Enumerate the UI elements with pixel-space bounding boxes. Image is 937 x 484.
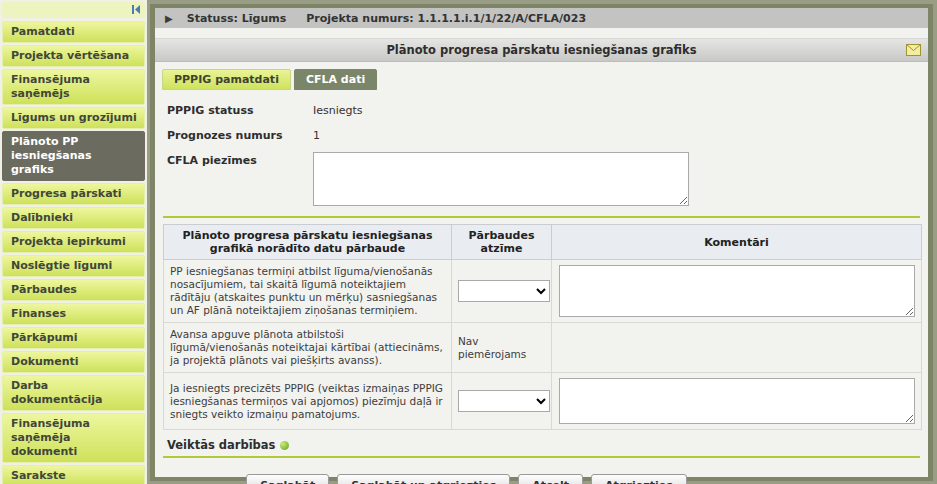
sidebar-item-projekta-vertesana[interactable]: Projekta vērtēšana bbox=[2, 45, 145, 67]
return-button[interactable]: Atgriezties bbox=[591, 474, 687, 484]
sidebar-item-projekta-iepirkumi[interactable]: Projekta iepirkumi bbox=[2, 231, 145, 253]
sidebar-item-finansejuma-sanemeja-dokumenti[interactable]: Finansējuma saņēmēja dokumenti bbox=[2, 413, 145, 463]
check-question: PP iesniegšanas termiņi atbilst līguma/v… bbox=[164, 260, 452, 323]
check-question: Avansa apguve plānota atbilstoši līgumā/… bbox=[164, 323, 452, 373]
mail-icon[interactable] bbox=[906, 44, 921, 59]
page-title: Plānoto progresa pārskatu iesniegšanas g… bbox=[386, 43, 696, 57]
sidebar-item-darba-dokumentacija[interactable]: Darba dokumentācija bbox=[2, 375, 145, 411]
sidebar-item-finansejuma-sanemejs[interactable]: Finansējuma saņēmējs bbox=[2, 69, 145, 105]
check-table: Plānoto progresa pārskatu iesniegšanas g… bbox=[163, 224, 922, 430]
form-row-cfla-piezimes: CFLA piezīmes bbox=[167, 152, 918, 206]
pppig-statuss-value: Iesniegts bbox=[313, 102, 363, 117]
sidebar-item-progresa-parskati[interactable]: Progresa pārskati bbox=[2, 183, 145, 205]
status-bar: ▶ Statuss: Līgums Projekta numurs: 1.1.1… bbox=[155, 8, 928, 28]
komentari-textarea[interactable] bbox=[559, 378, 915, 424]
parbaudes-atzime-text: Nav piemērojams bbox=[452, 323, 552, 373]
form-row-prognozes-numurs: Prognozes numurs 1 bbox=[167, 127, 918, 142]
sidebar: Pamatdati Projekta vērtēšana Finansējuma… bbox=[0, 0, 147, 484]
project-status: Statuss: Līgums bbox=[187, 12, 287, 25]
project-number: Projekta numurs: 1.1.1.1.i.1/1/22/A/CFLA… bbox=[306, 12, 586, 25]
cfla-piezimes-label: CFLA piezīmes bbox=[167, 152, 313, 206]
status-value: Līgums bbox=[242, 12, 287, 25]
button-bar: Saglabāt Saglabāt un atgriezties Atcelt … bbox=[80, 474, 853, 484]
komentari-textarea[interactable] bbox=[559, 265, 915, 317]
save-and-return-button[interactable]: Saglabāt un atgriezties bbox=[337, 474, 510, 484]
form-row-pppig-statuss: PPPIG statuss Iesniegts bbox=[167, 102, 918, 117]
prognozes-numurs-value: 1 bbox=[313, 127, 320, 142]
cfla-piezimes-textarea[interactable] bbox=[313, 152, 689, 206]
sidebar-header bbox=[2, 2, 145, 18]
sidebar-item-noslegtie-ligumi[interactable]: Noslēgtie līgumi bbox=[2, 255, 145, 277]
separator-line-bottom bbox=[163, 456, 920, 458]
tab-bar: PPPIG pamatdati CFLA dati bbox=[162, 69, 928, 90]
sidebar-item-dokumenti[interactable]: Dokumenti bbox=[2, 351, 145, 373]
table-header-row: Plānoto progresa pārskatu iesniegšanas g… bbox=[164, 225, 922, 260]
tab-cfla-dati[interactable]: CFLA dati bbox=[294, 69, 377, 90]
column-header-parbaudes-atzime: Pārbaudes atzīme bbox=[452, 225, 552, 260]
column-header-datu-parbaude: Plānoto progresa pārskatu iesniegšanas g… bbox=[164, 225, 452, 260]
prognozes-numurs-label: Prognozes numurs bbox=[167, 127, 313, 142]
form-area: PPPIG statuss Iesniegts Prognozes numurs… bbox=[155, 90, 928, 206]
sidebar-item-planoto-pp-iesniegsanas-grafiks[interactable]: Plānoto PP iesniegšanas grafiks bbox=[2, 131, 145, 181]
table-row: Avansa apguve plānota atbilstoši līgumā/… bbox=[164, 323, 922, 373]
collapse-sidebar-icon[interactable] bbox=[131, 4, 141, 17]
separator-line-top bbox=[163, 216, 920, 218]
column-header-komentari: Komentāri bbox=[552, 225, 922, 260]
sidebar-item-finanses[interactable]: Finanses bbox=[2, 303, 145, 325]
veiktas-darbibas-label: Veiktās darbības bbox=[167, 438, 275, 452]
expand-actions-icon[interactable] bbox=[280, 441, 289, 450]
parbaudes-atzime-select[interactable] bbox=[458, 280, 550, 302]
project-number-value: 1.1.1.1.i.1/1/22/A/CFLA/023 bbox=[418, 12, 587, 25]
main-panel: ▶ Statuss: Līgums Projekta numurs: 1.1.1… bbox=[150, 4, 933, 481]
save-button[interactable]: Saglabāt bbox=[246, 474, 329, 484]
table-row: PP iesniegšanas termiņi atbilst līguma/v… bbox=[164, 260, 922, 323]
sidebar-item-parkapumi[interactable]: Pārkāpumi bbox=[2, 327, 145, 349]
title-bar: Plānoto progresa pārskatu iesniegšanas g… bbox=[155, 38, 928, 62]
sidebar-item-pamatdati[interactable]: Pamatdati bbox=[2, 21, 145, 43]
sidebar-item-dalibnieki[interactable]: Dalībnieki bbox=[2, 207, 145, 229]
parbaudes-atzime-select[interactable] bbox=[458, 390, 550, 412]
table-row: Ja iesniegts precizēts PPPIG (veiktas iz… bbox=[164, 373, 922, 430]
cancel-button[interactable]: Atcelt bbox=[518, 474, 583, 484]
veiktas-darbibas-section: Veiktās darbības bbox=[167, 438, 928, 452]
expand-status-icon[interactable]: ▶ bbox=[165, 13, 173, 24]
sidebar-item-ligums-un-grozijumi[interactable]: Līgums un grozījumi bbox=[2, 107, 145, 129]
check-question: Ja iesniegts precizēts PPPIG (veiktas iz… bbox=[164, 373, 452, 430]
pppig-statuss-label: PPPIG statuss bbox=[167, 102, 313, 117]
tab-pppig-pamatdati[interactable]: PPPIG pamatdati bbox=[162, 69, 291, 90]
status-label: Statuss: bbox=[187, 12, 238, 25]
sidebar-item-parbaudes[interactable]: Pārbaudes bbox=[2, 279, 145, 301]
project-number-label: Projekta numurs: bbox=[306, 12, 413, 25]
